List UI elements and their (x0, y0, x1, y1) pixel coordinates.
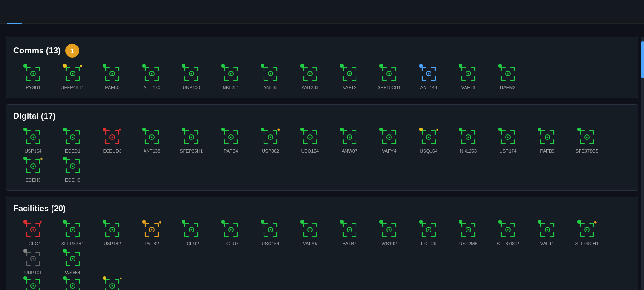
svg-point-55 (586, 137, 588, 138)
equipment-item[interactable]: SFE378C2 (488, 219, 528, 246)
equipment-item[interactable]: UNP100 (172, 63, 211, 90)
status-dot (419, 128, 423, 131)
equipment-grid: USP164 ECED1 ▼ ECEUD3 (13, 127, 631, 183)
equipment-item[interactable]: ANW07 (330, 127, 369, 154)
status-dot (459, 220, 462, 224)
equipment-item[interactable]: ANT138 (132, 127, 172, 154)
red-triangle-indicator: ▼ (39, 220, 43, 225)
equipment-item[interactable]: NKL253 (448, 127, 488, 154)
equipment-label: NKL253 (460, 149, 477, 154)
section-digital: Digital (17) USP164 ECED1 (6, 104, 638, 191)
equipment-item[interactable]: WS554 (53, 248, 92, 275)
equipment-item[interactable]: VAFT1 (528, 219, 567, 246)
status-dot (182, 220, 185, 224)
equipment-item[interactable]: BAFM2 (488, 63, 528, 90)
svg-point-81 (428, 229, 430, 231)
tab-inoperable[interactable] (7, 12, 22, 24)
equipment-label: WS554 (65, 270, 80, 275)
equipment-item[interactable]: SFE378C5 (567, 127, 607, 154)
equipment-item[interactable]: USP164 (13, 127, 53, 154)
equipment-icon-wrapper (62, 156, 83, 177)
equipment-item[interactable]: PAFB0 (92, 63, 132, 90)
svg-point-5 (112, 73, 113, 75)
equipment-item[interactable]: ■ SFEP21H1 (92, 275, 132, 290)
equipment-icon-wrapper: ◆ (260, 127, 281, 148)
section-comms: Comms (13)1 PAGB1 ■ SFEP48H1 (6, 37, 638, 98)
status-dot (300, 220, 304, 224)
equipment-item[interactable]: ANT733 (53, 275, 92, 290)
equipment-item[interactable]: ECEU2 (172, 219, 211, 246)
equipment-item[interactable]: ■ ECEH5 (13, 156, 53, 183)
svg-point-37 (230, 137, 232, 138)
equipment-item[interactable]: ◆ USP302 (251, 127, 290, 154)
svg-point-9 (191, 73, 192, 75)
equipment-item[interactable]: PAFB9 (528, 127, 567, 154)
status-dot (63, 276, 67, 280)
svg-point-27 (33, 137, 34, 138)
equipment-item[interactable]: USQ154 (251, 219, 290, 246)
equipment-item[interactable]: PAGB1 (13, 63, 53, 90)
equipment-icon-wrapper (220, 219, 242, 240)
status-dot (23, 220, 27, 224)
equipment-item[interactable]: NKL251 (211, 63, 251, 90)
equipment-item[interactable]: ECEU7 (211, 219, 251, 246)
equipment-item[interactable]: VAFT2 (330, 63, 369, 90)
svg-point-31 (112, 137, 113, 138)
equipment-item[interactable]: ■ USQ164 (409, 127, 448, 154)
equipment-item[interactable]: PAFB4 (211, 127, 251, 154)
equipment-icon-wrapper (181, 127, 202, 148)
equipment-item[interactable]: VAFY4 (369, 127, 409, 154)
status-dot (103, 128, 106, 131)
equipment-icon-wrapper: ◆ (576, 219, 598, 240)
equipment-item[interactable]: ■ SFEP48H1 (53, 63, 92, 90)
equipment-item[interactable]: ECEH9 (53, 156, 92, 183)
equipment-item[interactable]: ◆ PAFB2 (132, 219, 172, 246)
svg-point-7 (151, 73, 153, 75)
scroll-thumb[interactable] (641, 41, 644, 78)
equipment-icon-wrapper (537, 127, 558, 148)
equipment-item[interactable]: ▼ ECEC4 (13, 219, 53, 246)
equipment-item[interactable]: ANT144 (409, 63, 448, 90)
equipment-icon-wrapper (339, 63, 360, 84)
equipment-grid: PAGB1 ■ SFEP48H1 PAFB0 (13, 63, 631, 90)
equipment-item[interactable]: ECEC9 (409, 219, 448, 246)
status-dot (340, 128, 344, 131)
equipment-item[interactable]: BAFB4 (330, 219, 369, 246)
equipment-item[interactable]: WS192 (369, 219, 409, 246)
section-title: Comms (13) (13, 46, 61, 56)
equipment-item[interactable]: ECED1 (53, 127, 92, 154)
status-dot (63, 128, 67, 131)
equipment-item[interactable]: ANT433 (13, 275, 53, 290)
equipment-label: SFE15CH1 (378, 85, 401, 90)
equipment-item[interactable]: SFEP37H1 (53, 219, 92, 246)
equipment-item[interactable]: ANT85 (251, 63, 290, 90)
equipment-item[interactable]: SFEP35H1 (172, 127, 211, 154)
equipment-icon-wrapper (141, 127, 162, 148)
equipment-item[interactable]: USQ124 (290, 127, 330, 154)
equipment-icon-wrapper: ■ (418, 127, 439, 148)
equipment-label: PAFB0 (105, 85, 120, 90)
equipment-icon-wrapper (418, 219, 439, 240)
equipment-item[interactable]: VAFT6 (448, 63, 488, 90)
equipment-item[interactable]: ANT233 (290, 63, 330, 90)
equipment-label: PAGB1 (26, 85, 41, 90)
equipment-label: BAFB4 (342, 241, 357, 246)
equipment-icon-wrapper (299, 219, 321, 240)
status-dot (300, 64, 304, 68)
scrollbar[interactable] (641, 37, 644, 290)
equipment-item[interactable]: USP174 (488, 127, 528, 154)
equipment-item[interactable]: UNP101 (13, 248, 53, 275)
svg-point-43 (349, 137, 351, 138)
equipment-item[interactable]: USP2M6 (448, 219, 488, 246)
equipment-item[interactable]: VAFY5 (290, 219, 330, 246)
equipment-item[interactable]: ◆ SFE09CH1 (567, 219, 607, 246)
equipment-item[interactable]: USP182 (92, 219, 132, 246)
status-dot (182, 128, 185, 131)
status-dot (538, 220, 541, 224)
equipment-icon-wrapper (339, 219, 360, 240)
equipment-item[interactable]: SFE15CH1 (369, 63, 409, 90)
equipment-item[interactable]: AHT170 (132, 63, 172, 90)
equipment-item[interactable]: ▼ ECEUD3 (92, 127, 132, 154)
status-dot (577, 220, 581, 224)
status-dot (577, 128, 581, 131)
